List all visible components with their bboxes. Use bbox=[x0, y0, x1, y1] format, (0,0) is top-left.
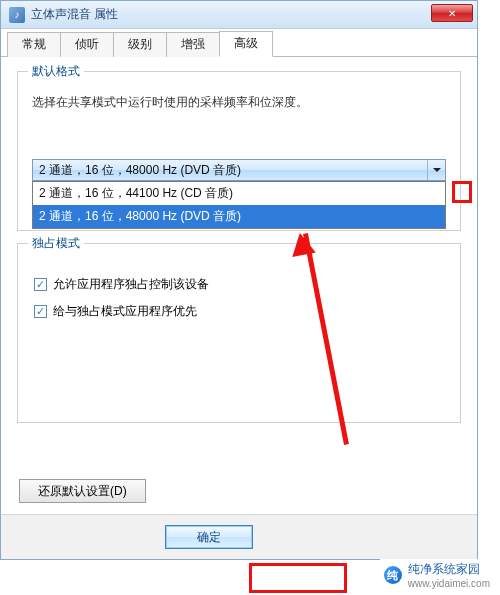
tab-enhance[interactable]: 增强 bbox=[166, 32, 220, 57]
checkbox-label-exclusive-priority: 给与独占模式应用程序优先 bbox=[53, 303, 197, 320]
dialog-window: ♪ 立体声混音 属性 ✕ 常规 侦听 级别 增强 高级 默认格式 选择在共享模式… bbox=[0, 0, 478, 560]
dropdown-item-cd[interactable]: 2 通道，16 位，44100 Hz (CD 音质) bbox=[33, 182, 445, 205]
ok-button[interactable]: 确定 bbox=[165, 525, 253, 549]
chevron-down-icon[interactable] bbox=[427, 160, 445, 180]
tab-general[interactable]: 常规 bbox=[7, 32, 61, 57]
dialog-footer: 确定 bbox=[1, 514, 477, 559]
watermark-text-wrap: 纯净系统家园 www.yidaimei.com bbox=[408, 561, 490, 589]
checkbox-icon bbox=[34, 305, 47, 318]
default-format-desc: 选择在共享模式中运行时使用的采样频率和位深度。 bbox=[32, 94, 446, 111]
restore-defaults-label: 还原默认设置(D) bbox=[38, 483, 127, 500]
tab-content: 默认格式 选择在共享模式中运行时使用的采样频率和位深度。 2 通道，16 位，4… bbox=[1, 57, 477, 443]
group-title-default-format: 默认格式 bbox=[28, 63, 84, 80]
close-icon: ✕ bbox=[448, 8, 456, 19]
group-default-format: 默认格式 选择在共享模式中运行时使用的采样频率和位深度。 2 通道，16 位，4… bbox=[17, 71, 461, 231]
group-exclusive-mode: 独占模式 允许应用程序独占控制该设备 给与独占模式应用程序优先 bbox=[17, 243, 461, 423]
annotation-box-ok bbox=[249, 563, 347, 593]
window-icon: ♪ bbox=[9, 7, 25, 23]
format-combobox-value: 2 通道，16 位，48000 Hz (DVD 音质) bbox=[39, 162, 241, 179]
format-combobox[interactable]: 2 通道，16 位，48000 Hz (DVD 音质) bbox=[32, 159, 446, 181]
tab-listen[interactable]: 侦听 bbox=[60, 32, 114, 57]
watermark-url: www.yidaimei.com bbox=[408, 578, 490, 589]
close-button[interactable]: ✕ bbox=[431, 4, 473, 22]
format-combo-wrap: 2 通道，16 位，48000 Hz (DVD 音质) 2 通道，16 位，44… bbox=[32, 159, 446, 181]
ok-button-label: 确定 bbox=[197, 529, 221, 546]
checkbox-label-allow-exclusive: 允许应用程序独占控制该设备 bbox=[53, 276, 209, 293]
watermark-icon: 纯 bbox=[384, 566, 402, 584]
window-title: 立体声混音 属性 bbox=[31, 6, 118, 23]
group-title-exclusive: 独占模式 bbox=[28, 235, 84, 252]
title-bar: ♪ 立体声混音 属性 ✕ bbox=[1, 1, 477, 29]
format-dropdown: 2 通道，16 位，44100 Hz (CD 音质) 2 通道，16 位，480… bbox=[32, 181, 446, 229]
restore-defaults-button[interactable]: 还原默认设置(D) bbox=[19, 479, 146, 503]
tab-levels[interactable]: 级别 bbox=[113, 32, 167, 57]
checkbox-row-exclusive-priority[interactable]: 给与独占模式应用程序优先 bbox=[34, 303, 446, 320]
checkbox-icon bbox=[34, 278, 47, 291]
tab-bar: 常规 侦听 级别 增强 高级 bbox=[1, 29, 477, 57]
watermark-name: 纯净系统家园 bbox=[408, 561, 490, 578]
watermark: 纯 纯净系统家园 www.yidaimei.com bbox=[380, 559, 494, 591]
dropdown-item-dvd[interactable]: 2 通道，16 位，48000 Hz (DVD 音质) bbox=[33, 205, 445, 228]
checkbox-row-allow-exclusive[interactable]: 允许应用程序独占控制该设备 bbox=[34, 276, 446, 293]
tab-advanced[interactable]: 高级 bbox=[219, 31, 273, 57]
